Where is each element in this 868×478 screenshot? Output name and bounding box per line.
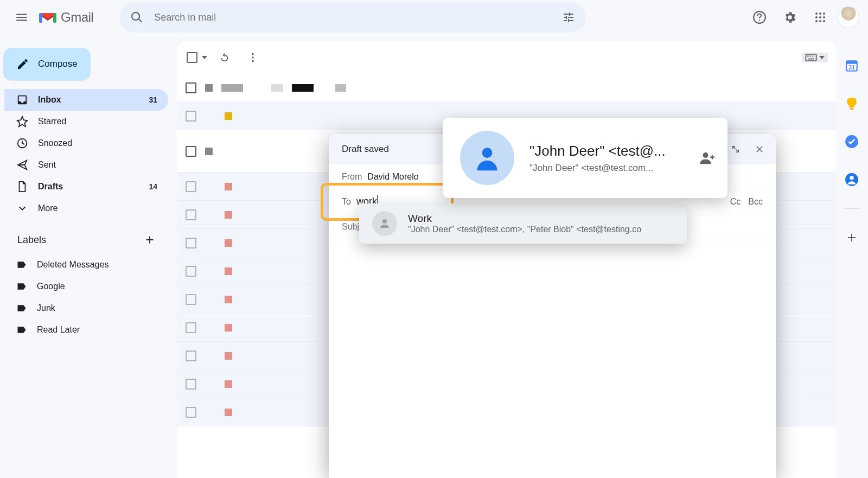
svg-point-10 xyxy=(815,20,818,22)
label-text: Junk xyxy=(37,303,55,313)
select-all[interactable] xyxy=(184,50,209,65)
app-header: Gmail xyxy=(0,0,868,35)
search-button[interactable] xyxy=(124,4,150,30)
svg-point-16 xyxy=(252,60,254,62)
mail-list: Draft saved From David Morelo xyxy=(177,74,835,478)
svg-rect-19 xyxy=(809,56,811,57)
sidebar-item-sent[interactable]: Sent xyxy=(4,154,168,176)
nav-label: Starred xyxy=(38,117,66,126)
main-menu-button[interactable] xyxy=(9,4,35,30)
sidebar-item-more[interactable]: More xyxy=(4,197,168,219)
nav-label: More xyxy=(38,203,58,213)
svg-rect-1 xyxy=(53,13,56,23)
star-icon xyxy=(16,116,28,128)
person-icon xyxy=(472,143,502,173)
account-avatar[interactable] xyxy=(838,7,859,28)
caret-down-icon xyxy=(819,56,825,59)
label-icon xyxy=(16,303,27,314)
add-label-button[interactable] xyxy=(140,230,159,250)
sidebar-item-drafts[interactable]: Drafts 14 xyxy=(4,176,168,197)
input-tools-button[interactable] xyxy=(802,53,828,62)
search-bar[interactable] xyxy=(119,2,586,33)
contacts-app-button[interactable] xyxy=(840,168,863,191)
label-text: Deleted Messages xyxy=(37,260,109,270)
inbox-icon xyxy=(16,94,28,106)
search-input[interactable] xyxy=(152,12,553,23)
sidebar-item-starred[interactable]: Starred xyxy=(4,111,168,132)
contacts-icon xyxy=(845,173,859,187)
svg-point-4 xyxy=(815,12,818,15)
close-compose-button[interactable] xyxy=(749,138,770,160)
file-icon xyxy=(16,181,28,193)
more-actions-button[interactable] xyxy=(240,44,266,71)
refresh-button[interactable] xyxy=(212,44,238,71)
sidebar-item-snoozed[interactable]: Snoozed xyxy=(4,132,168,154)
settings-button[interactable] xyxy=(777,4,803,30)
nav-label: Drafts xyxy=(38,182,63,192)
help-icon xyxy=(752,10,767,24)
support-button[interactable] xyxy=(746,4,773,30)
sidebar: Compose Inbox 31 Starred Snoozed Sent Dr… xyxy=(0,35,168,478)
plus-icon xyxy=(845,231,858,244)
person-icon xyxy=(378,217,391,230)
compose-button[interactable]: Compose xyxy=(3,48,91,80)
get-addons-button[interactable] xyxy=(840,226,863,249)
svg-text:31: 31 xyxy=(848,64,855,71)
bcc-button[interactable]: Bcc xyxy=(748,197,763,207)
svg-point-24 xyxy=(703,152,709,158)
group-avatar xyxy=(372,211,397,236)
from-label: From xyxy=(342,172,362,182)
side-panel: 31 xyxy=(835,41,868,478)
caret-down-icon xyxy=(202,56,207,59)
label-deleted-messages[interactable]: Deleted Messages xyxy=(4,254,168,276)
svg-point-9 xyxy=(823,16,825,18)
nav-label: Snoozed xyxy=(38,138,72,148)
to-label: To xyxy=(342,197,351,207)
svg-point-14 xyxy=(252,53,254,55)
person-add-icon xyxy=(699,150,715,166)
search-options-button[interactable] xyxy=(556,4,582,30)
calendar-app-button[interactable]: 31 xyxy=(840,54,863,77)
gear-icon xyxy=(783,10,797,24)
tasks-app-button[interactable] xyxy=(840,130,863,153)
plus-icon xyxy=(144,234,156,246)
svg-rect-21 xyxy=(808,59,814,60)
label-google[interactable]: Google xyxy=(4,276,168,297)
svg-point-25 xyxy=(382,219,387,224)
pencil-icon xyxy=(16,58,29,71)
contact-avatar xyxy=(460,131,514,185)
suggestion-item-work[interactable]: Work "John Deer" <test@test.com>, "Peter… xyxy=(359,203,687,244)
svg-point-32 xyxy=(850,176,854,180)
svg-point-23 xyxy=(482,148,493,158)
compose-body[interactable] xyxy=(329,239,776,478)
svg-rect-17 xyxy=(806,54,816,61)
svg-point-5 xyxy=(819,12,821,15)
expand-icon xyxy=(731,144,741,154)
tune-icon xyxy=(562,11,575,24)
chevron-down-icon xyxy=(16,202,28,214)
fullscreen-button[interactable] xyxy=(725,138,746,160)
contact-card: "John Deer" <test@... "John Deer" <test@… xyxy=(443,118,727,198)
mail-row[interactable] xyxy=(177,74,835,102)
google-apps-button[interactable] xyxy=(807,4,833,30)
send-icon xyxy=(16,159,28,171)
svg-point-12 xyxy=(823,20,825,22)
keep-app-button[interactable] xyxy=(840,92,863,115)
sidebar-item-inbox[interactable]: Inbox 31 xyxy=(4,89,168,111)
more-vert-icon xyxy=(247,52,259,63)
calendar-icon: 31 xyxy=(845,59,859,73)
label-text: Read Later xyxy=(37,325,80,335)
nav-count: 14 xyxy=(149,182,157,191)
svg-point-6 xyxy=(823,12,825,15)
svg-rect-20 xyxy=(812,56,814,57)
label-junk[interactable]: Junk xyxy=(4,297,168,319)
label-read-later[interactable]: Read Later xyxy=(4,319,168,341)
cc-button[interactable]: Cc xyxy=(730,197,741,207)
svg-rect-0 xyxy=(39,13,42,23)
gmail-logo[interactable]: Gmail xyxy=(39,10,93,25)
contact-name: "John Deer" <test@... xyxy=(529,143,681,160)
add-contact-button[interactable] xyxy=(696,147,718,169)
labels-header: Labels xyxy=(4,219,168,254)
gmail-icon xyxy=(39,11,56,24)
mail-toolbar xyxy=(177,41,835,74)
